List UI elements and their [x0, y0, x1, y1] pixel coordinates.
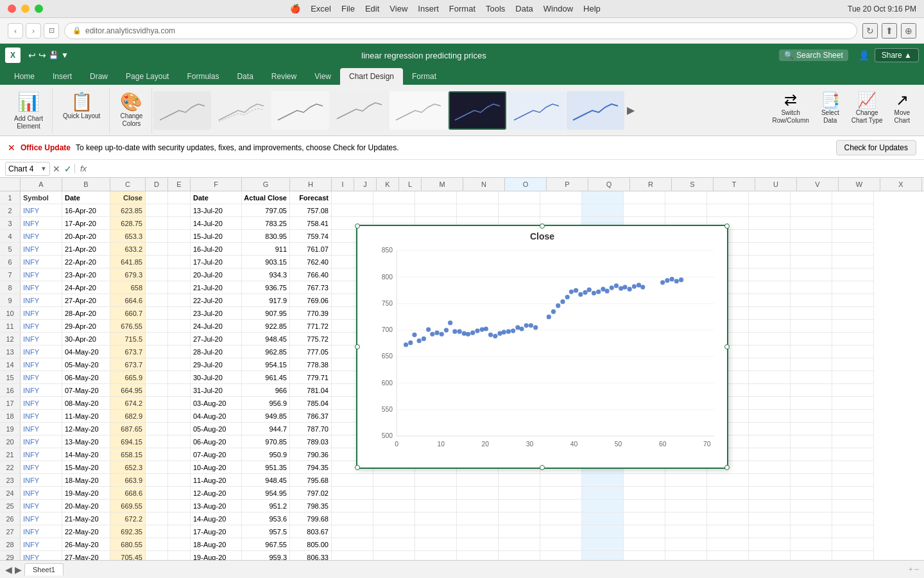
- cell-rest28[interactable]: [332, 538, 373, 550]
- cell-b27[interactable]: 22-May-20: [62, 525, 110, 538]
- cell-h29[interactable]: 806.33: [290, 551, 332, 560]
- cell-b16[interactable]: 07-May-20: [62, 384, 110, 396]
- cell-s12[interactable]: [749, 333, 791, 345]
- cell-u4[interactable]: [832, 230, 874, 242]
- cell-rest6-27[interactable]: [540, 525, 582, 538]
- cell-s10[interactable]: [749, 307, 791, 319]
- cell-b11[interactable]: 29-Apr-20: [62, 320, 110, 332]
- chart-style-6-selected[interactable]: [449, 91, 506, 130]
- cell-s23[interactable]: [749, 474, 791, 486]
- cell-d2[interactable]: [146, 204, 168, 216]
- tab-home[interactable]: Home: [5, 68, 44, 85]
- cell-g2[interactable]: 797.05: [242, 204, 290, 216]
- cell-g4[interactable]: 830.95: [242, 230, 290, 242]
- cell-g6[interactable]: 903.15: [242, 256, 290, 268]
- cell-u22[interactable]: [832, 461, 874, 473]
- cell-a9[interactable]: INFY: [21, 294, 62, 306]
- cell-c28[interactable]: 680.55: [110, 538, 146, 550]
- cell-reference-box[interactable]: Chart 4 ▼: [5, 162, 50, 176]
- cell-f19[interactable]: 05-Aug-20: [191, 423, 242, 435]
- cell-c14[interactable]: 673.7: [110, 358, 146, 371]
- cell-h28[interactable]: 805.00: [290, 538, 332, 550]
- cell-rest6-24[interactable]: [540, 487, 582, 499]
- cell-h27[interactable]: 803.67: [290, 525, 332, 538]
- cell-f6[interactable]: 17-Jul-20: [191, 256, 242, 268]
- cell-b9[interactable]: 27-Apr-20: [62, 294, 110, 306]
- cell-rest4-2[interactable]: [457, 204, 499, 216]
- cell-c6[interactable]: 641.85: [110, 256, 146, 268]
- move-chart-btn[interactable]: ↗ MoveChart: [891, 89, 914, 127]
- select-data-btn[interactable]: 📑 SelectData: [817, 89, 844, 127]
- cell-rest4-26[interactable]: [457, 512, 499, 525]
- sheet-prev-btn[interactable]: ◀: [5, 565, 12, 575]
- chart-4[interactable]: Close 850: [356, 225, 728, 469]
- cell-h3[interactable]: 758.41: [290, 217, 332, 229]
- apple-menu[interactable]: 🍎: [290, 4, 300, 13]
- cell-h8[interactable]: 767.73: [290, 281, 332, 293]
- cell-rest4-23[interactable]: [457, 474, 499, 486]
- edit-menu[interactable]: Edit: [365, 4, 379, 13]
- cell-h14[interactable]: 778.38: [290, 358, 332, 371]
- cell-c20[interactable]: 694.15: [110, 435, 146, 448]
- cell-c2[interactable]: 623.85: [110, 204, 146, 216]
- cell-rest2-1[interactable]: [373, 191, 415, 204]
- cell-r26[interactable]: [707, 512, 749, 525]
- switch-row-column-btn[interactable]: ⇄ SwitchRow/Column: [769, 89, 813, 127]
- cell-o2[interactable]: [582, 204, 624, 216]
- cell-g3[interactable]: 783.25: [242, 217, 290, 229]
- save-icon[interactable]: 💾: [49, 51, 58, 60]
- cell-u26[interactable]: [832, 512, 874, 525]
- cell-rest5-24[interactable]: [499, 487, 540, 499]
- cell-p25[interactable]: [624, 500, 665, 512]
- cell-rest4-24[interactable]: [457, 487, 499, 499]
- cell-d15[interactable]: [146, 371, 168, 383]
- cell-c15[interactable]: 665.9: [110, 371, 146, 383]
- col-header-V[interactable]: V: [797, 178, 839, 191]
- cell-u14[interactable]: [832, 358, 874, 371]
- chart-handle-mr[interactable]: [724, 344, 730, 349]
- cell-f25[interactable]: 13-Aug-20: [191, 500, 242, 512]
- cell-s28[interactable]: [749, 538, 791, 550]
- cell-a22[interactable]: INFY: [21, 461, 62, 473]
- cell-a7[interactable]: INFY: [21, 268, 62, 281]
- cell-c3[interactable]: 628.75: [110, 217, 146, 229]
- excel-search-bar[interactable]: 🔍 Search Sheet: [779, 49, 848, 61]
- cell-g27[interactable]: 957.5: [242, 525, 290, 538]
- cell-h12[interactable]: 775.72: [290, 333, 332, 345]
- cell-h6[interactable]: 762.40: [290, 256, 332, 268]
- cell-c19[interactable]: 687.65: [110, 423, 146, 435]
- cell-u16[interactable]: [832, 384, 874, 396]
- cell-u2[interactable]: [832, 204, 874, 216]
- cell-f21[interactable]: 07-Aug-20: [191, 448, 242, 460]
- cell-s18[interactable]: [749, 410, 791, 422]
- cell-t22[interactable]: [791, 461, 832, 473]
- cell-h1[interactable]: Forecast: [290, 191, 332, 204]
- cell-a27[interactable]: INFY: [21, 525, 62, 538]
- cell-e6[interactable]: [168, 256, 191, 268]
- tab-data[interactable]: Data: [228, 68, 262, 85]
- cell-c18[interactable]: 682.9: [110, 410, 146, 422]
- cell-h2[interactable]: 757.08: [290, 204, 332, 216]
- cell-rest1[interactable]: [332, 191, 373, 204]
- cell-s21[interactable]: [749, 448, 791, 460]
- cell-p23[interactable]: [624, 474, 665, 486]
- cell-d27[interactable]: [146, 525, 168, 538]
- cell-c27[interactable]: 692.35: [110, 525, 146, 538]
- cell-a10[interactable]: INFY: [21, 307, 62, 319]
- cell-q25[interactable]: [665, 500, 707, 512]
- col-header-M[interactable]: M: [422, 178, 463, 191]
- cell-d28[interactable]: [146, 538, 168, 550]
- cell-s26[interactable]: [749, 512, 791, 525]
- cell-g13[interactable]: 962.85: [242, 346, 290, 358]
- cell-u5[interactable]: [832, 243, 874, 255]
- cell-b25[interactable]: 20-May-20: [62, 500, 110, 512]
- cell-e13[interactable]: [168, 346, 191, 358]
- cell-ref-dropdown[interactable]: ▼: [40, 165, 47, 172]
- mac-minimize-btn[interactable]: [21, 4, 30, 13]
- cell-f14[interactable]: 29-Jul-20: [191, 358, 242, 371]
- cell-s16[interactable]: [749, 384, 791, 396]
- cell-e1[interactable]: [168, 191, 191, 204]
- cell-rest2-24[interactable]: [373, 487, 415, 499]
- format-menu[interactable]: Format: [449, 4, 475, 13]
- cell-h17[interactable]: 785.04: [290, 397, 332, 409]
